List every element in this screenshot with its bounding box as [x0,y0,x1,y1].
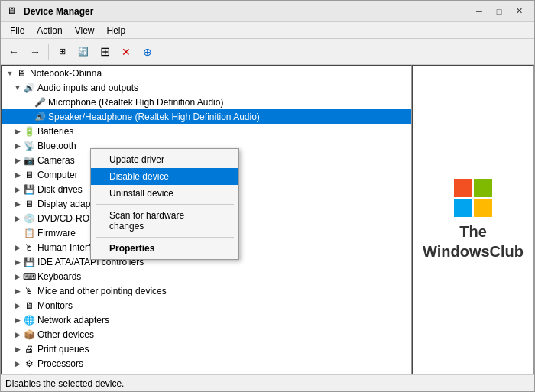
tree-arrow-icon: ▶ [12,374,23,375]
toolbar-uninstall[interactable]: ✕ [116,42,136,62]
tree-item-icon: 🖨 [23,343,35,355]
tree-item-icon: 📋 [23,227,35,239]
tree-item-icon: 📦 [23,329,35,341]
tree-arrow-icon: ▶ [12,345,23,353]
tree-item-label: Bluetooth [37,141,76,151]
tree-arrow-icon: ▶ [12,200,23,208]
watermark-panel: The WindowsClub [412,65,534,374]
tree-item-label: Print queues [37,344,89,355]
window-icon: 🖥 [7,5,19,18]
ctx-update-driver[interactable]: Update driver [91,151,238,168]
tree-item-label: Microphone (Realtek High Definition Audi… [48,97,223,108]
tree-item-label: Network adapters [37,315,109,326]
window-title: Device Manager [24,6,93,17]
tree-arrow-icon: ▶ [12,171,23,179]
tree-item[interactable]: ▶⌨Keyboards [2,269,411,283]
tree-item[interactable]: ▶🔒Security devices [2,371,411,374]
title-bar: 🖥 Device Manager ─ □ ✕ [1,1,534,22]
main-content: ▼ 🖥 Notebook-Obinna ▼🔊Audio inputs and o… [1,65,534,374]
svg-rect-1 [474,179,492,197]
ctx-sep-2 [96,237,234,238]
tree-item-icon: ⚙ [23,358,35,370]
tree-item[interactable]: ▶🖨Print queues [2,342,411,356]
tree-item-label: Firmware [37,228,76,238]
tree-arrow-icon: ▼ [12,84,23,92]
menu-help[interactable]: Help [101,24,132,37]
tree-item[interactable]: 🎤Microphone (Realtek High Definition Aud… [2,95,411,109]
minimize-button[interactable]: ─ [470,4,488,19]
tree-arrow-icon: ▶ [12,142,23,150]
tree-arrow-icon: ▶ [12,215,23,222]
device-tree-panel[interactable]: ▼ 🖥 Notebook-Obinna ▼🔊Audio inputs and o… [1,65,412,374]
tree-item-icon: 🖥 [23,300,35,312]
tree-item[interactable]: ▶⚙Processors [2,356,411,371]
menu-bar: File Action View Help [1,22,534,39]
menu-view[interactable]: View [69,24,101,37]
tree-item-icon: 🔊 [23,82,35,94]
context-menu[interactable]: Update driver Disable device Uninstall d… [90,148,239,260]
tree-item[interactable]: ▶🌐Network adapters [2,313,411,327]
tree-item-label: Processors [37,358,83,369]
tree-item-icon: 🔊 [34,111,46,123]
tree-item-icon: 💾 [23,256,35,268]
ctx-scan-hardware[interactable]: Scan for hardware changes [91,207,238,235]
tree-arrow-icon: ▶ [12,302,23,309]
watermark-logo [454,179,492,217]
tree-arrow-icon: ▶ [12,157,23,164]
tree-arrow-icon: ▶ [12,287,23,295]
tree-item[interactable]: 🔊Speaker/Headphone (Realtek High Definit… [2,109,411,124]
ctx-disable-device[interactable]: Disable device [91,168,238,185]
ctx-uninstall-device[interactable]: Uninstall device [91,185,238,202]
tree-item-icon: 🖥 [23,198,35,210]
tree-item-label: Other devices [37,329,94,340]
tree-item-label: Cameras [37,155,75,166]
tree-item-icon: 📡 [23,140,35,152]
tree-item[interactable]: ▶🔋Batteries [2,124,411,138]
menu-action[interactable]: Action [31,24,68,37]
root-label: Notebook-Obinna [30,68,102,79]
tree-item[interactable]: ▶🖥Monitors [2,298,411,313]
toolbar: ← → ⊞ 🔄 ⊞ ✕ ⊕ [1,39,534,65]
menu-file[interactable]: File [4,24,31,37]
ctx-properties[interactable]: Properties [91,240,238,257]
tree-item-icon: 🔒 [23,372,35,375]
tree-arrow-icon: ▶ [12,316,23,324]
tree-arrow-icon: ▶ [12,360,23,368]
root-arrow: ▼ [5,70,15,77]
svg-rect-0 [454,179,472,197]
toolbar-forward[interactable]: → [25,42,45,62]
tree-item-icon: 🖱 [23,285,35,297]
root-icon: 🖥 [15,67,28,79]
close-button[interactable]: ✕ [510,4,528,19]
tree-item-label: Computer [37,170,78,180]
tree-item-icon: 🎤 [34,96,46,109]
toolbar-update[interactable]: 🔄 [73,42,93,62]
tree-item-label: Keyboards [37,271,81,282]
tree-item[interactable]: ▶📦Other devices [2,327,411,342]
tree-item-label: Security devices [37,373,104,375]
tree-item-label: Speaker/Headphone (Realtek High Definiti… [48,112,260,122]
maximize-button[interactable]: □ [490,4,508,19]
tree-item-icon: ⌨ [23,271,35,283]
tree-item[interactable]: ▼🔊Audio inputs and outputs [2,80,411,95]
toolbar-scan[interactable]: ⊞ [95,42,115,62]
device-manager-window: 🖥 Device Manager ─ □ ✕ File Action View … [0,0,535,392]
tree-item-icon: 🖥 [23,169,35,181]
tree-item-label: Disk drives [37,184,83,195]
tree-item-icon: 🌐 [23,314,35,326]
svg-rect-2 [454,199,472,217]
toolbar-add[interactable]: ⊕ [138,42,157,62]
tree-arrow-icon: ▶ [12,244,23,251]
tree-arrow-icon: ▶ [12,186,23,193]
tree-item[interactable]: ▶🖱Mice and other pointing devices [2,283,411,298]
tree-root[interactable]: ▼ 🖥 Notebook-Obinna [2,66,411,80]
tree-item-icon: 🖱 [23,241,35,254]
toolbar-back[interactable]: ← [4,42,24,62]
tree-item-icon: 🔋 [23,125,35,138]
tree-arrow-icon: ▶ [12,258,23,266]
tree-item-label: Mice and other pointing devices [37,286,167,296]
toolbar-properties[interactable]: ⊞ [52,42,72,62]
ctx-sep-1 [96,204,234,205]
tree-item-icon: 📷 [23,154,35,167]
tree-arrow-icon: ▶ [12,273,23,280]
